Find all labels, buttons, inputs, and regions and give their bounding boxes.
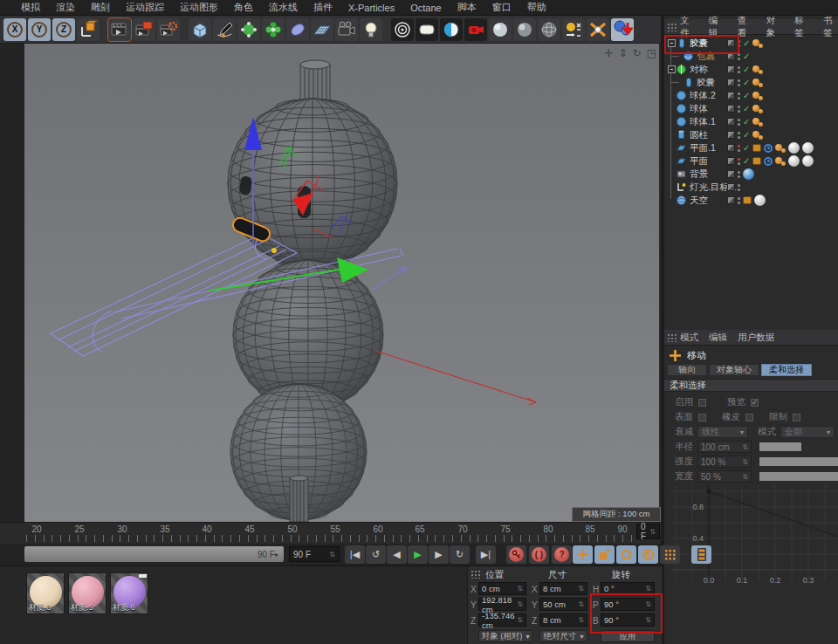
phong-tag[interactable] — [775, 143, 786, 153]
mode-dropdown[interactable]: 全部▾ — [780, 426, 835, 438]
size-z-field[interactable]: 8 cm⇅ — [539, 613, 587, 627]
enabled-check-icon[interactable]: ✓ — [743, 144, 750, 153]
panel-grip-icon[interactable] — [667, 333, 677, 342]
stepper-icon[interactable]: ⇅ — [645, 585, 651, 593]
menu-item-mograph[interactable]: 运动图形 — [180, 1, 218, 14]
layer-tag[interactable] — [727, 157, 735, 165]
layer-tag[interactable] — [727, 105, 735, 113]
stepper-icon[interactable]: ⇅ — [742, 473, 748, 481]
phong-tag[interactable] — [752, 38, 763, 48]
menu-item-pipeline[interactable]: 流水线 — [269, 1, 298, 14]
stepper-icon[interactable]: ⇅ — [578, 585, 584, 593]
visibility-dots[interactable] — [738, 79, 740, 86]
rotation-h-field[interactable]: 0 °⇅ — [601, 582, 655, 595]
falloff-dropdown[interactable]: 线性▾ — [697, 426, 748, 438]
object-row-sphere1[interactable]: 球体.1 ✓ — [664, 115, 838, 128]
phong-tag[interactable] — [775, 156, 786, 166]
render-camera-button[interactable] — [464, 18, 487, 41]
material-tag[interactable] — [743, 168, 754, 180]
enabled-check-icon[interactable]: ✓ — [743, 39, 750, 48]
render-view-button[interactable] — [108, 18, 131, 41]
menu-item-xparticles[interactable]: X-Particles — [348, 3, 395, 13]
coordinate-mode-dropdown[interactable]: 对象 (相对)▾ — [478, 630, 532, 642]
rotate-icon[interactable]: ↻ — [633, 47, 642, 59]
menu-item-script[interactable]: 脚本 — [457, 1, 477, 14]
end-frame-field[interactable]: 90 F⇅ — [289, 546, 340, 562]
rotation-b-field[interactable]: 90 °⇅ — [601, 613, 655, 627]
panel-grip-icon[interactable] — [471, 570, 480, 579]
enabled-check-icon[interactable]: ✓ — [743, 131, 750, 140]
layer-tag[interactable] — [727, 131, 735, 139]
strength-input[interactable]: 100 %⇅ — [697, 456, 752, 468]
rubber-checkbox[interactable] — [745, 414, 753, 421]
stepper-icon[interactable]: ⇅ — [517, 600, 523, 608]
compositing-tag[interactable] — [752, 144, 761, 152]
curve-point[interactable] — [707, 490, 711, 494]
position-x-field[interactable]: 0 cm⇅ — [478, 582, 526, 595]
compositing-tag[interactable] — [752, 157, 761, 165]
size-mode-dropdown[interactable]: 绝对尺寸▾ — [539, 630, 587, 642]
stepper-icon[interactable]: ⇅ — [645, 600, 651, 608]
add-field-button[interactable] — [286, 18, 309, 41]
collapse-icon[interactable] — [668, 65, 676, 73]
material-tag[interactable] — [788, 142, 800, 154]
viewport[interactable] — [24, 44, 659, 522]
layer-tag[interactable] — [727, 52, 735, 60]
axis-y-lock-button[interactable]: Y — [28, 18, 51, 41]
attr-menu-userdata[interactable]: 用户数据 — [738, 332, 774, 344]
menu-item-sculpt[interactable]: 雕刻 — [91, 1, 110, 14]
previous-key-button[interactable]: ↺ — [366, 545, 386, 564]
layer-tag[interactable] — [727, 39, 735, 47]
goto-end-button[interactable]: ▶| — [476, 545, 496, 564]
add-environment-button[interactable] — [311, 18, 333, 41]
timeline-ruler[interactable]: 20 25 30 35 40 45 50 55 60 65 70 75 80 8… — [0, 522, 661, 545]
menu-item-help[interactable]: 帮助 — [527, 1, 546, 14]
layer-tag[interactable] — [727, 118, 735, 126]
render-settings-button[interactable] — [157, 18, 180, 41]
menu-item-motion-tracker[interactable]: 运动跟踪 — [126, 1, 164, 14]
record-keyframe-button[interactable] — [506, 545, 526, 564]
range-handle-icon[interactable]: ▸ — [275, 551, 278, 558]
surface-checkbox[interactable] — [698, 414, 706, 421]
display-sphere-wire-button[interactable] — [538, 18, 560, 41]
object-row-capsule[interactable]: 胶囊 ✓ — [664, 37, 838, 50]
object-row-background[interactable]: 背景 — [664, 168, 838, 181]
layer-tag[interactable] — [727, 183, 735, 191]
stepper-icon[interactable]: ⇅ — [578, 600, 584, 608]
render-picture-viewer-button[interactable] — [133, 18, 155, 41]
om-menu-object[interactable]: 对象 — [766, 15, 784, 39]
om-menu-file[interactable]: 文件 — [680, 15, 698, 39]
object-row-symmetry[interactable]: 对称 ✓ — [664, 63, 838, 76]
visibility-dots[interactable] — [738, 92, 740, 99]
material-tag[interactable] — [802, 142, 814, 154]
om-menu-tag[interactable]: 标签 — [794, 15, 813, 39]
falloff-curve-graph[interactable]: 0.8 0.4 0.0 0.1 0.2 0.3 — [664, 485, 838, 599]
object-row-capsule-child[interactable]: 胶囊 ✓ — [664, 76, 838, 89]
current-frame-field[interactable]: 0 F⇅ — [636, 524, 660, 539]
menu-item-render[interactable]: 渲染 — [56, 1, 75, 14]
object-row-sky[interactable]: 天空 — [664, 194, 838, 207]
phong-tag[interactable] — [752, 130, 763, 140]
visibility-dots[interactable] — [738, 132, 740, 139]
menu-item-simulate[interactable]: 模拟 — [21, 1, 40, 14]
position-y-field[interactable]: 192.818 cm⇅ — [478, 598, 526, 611]
falloff-curve-line[interactable] — [709, 491, 838, 538]
goto-start-button[interactable]: |◀ — [345, 545, 365, 564]
object-row-plane[interactable]: 平面 ✓ — [664, 154, 838, 168]
object-row-cylinder[interactable]: 圆柱 ✓ — [664, 128, 838, 141]
next-key-button[interactable]: ↻ — [450, 545, 470, 564]
enable-checkbox[interactable] — [698, 399, 706, 407]
om-menu-edit[interactable]: 编辑 — [709, 15, 727, 39]
preview-checkbox[interactable]: ✓ — [751, 399, 759, 407]
om-menu-bookmark[interactable]: 书签 — [823, 15, 838, 39]
axis-z-lock-button[interactable]: Z — [52, 18, 75, 41]
dolly-icon[interactable]: ⇕ — [619, 47, 628, 59]
attr-menu-edit[interactable]: 编辑 — [709, 332, 727, 344]
stepper-icon[interactable]: ⇅ — [329, 551, 335, 558]
visibility-dots[interactable] — [738, 119, 740, 126]
attr-menu-mode[interactable]: 模式 — [680, 332, 698, 344]
layer-tag[interactable] — [727, 65, 735, 73]
enabled-check-icon[interactable]: ✓ — [743, 79, 750, 87]
snap-settings-button[interactable] — [587, 18, 609, 41]
keyframe-options-button[interactable]: ? — [552, 545, 572, 564]
